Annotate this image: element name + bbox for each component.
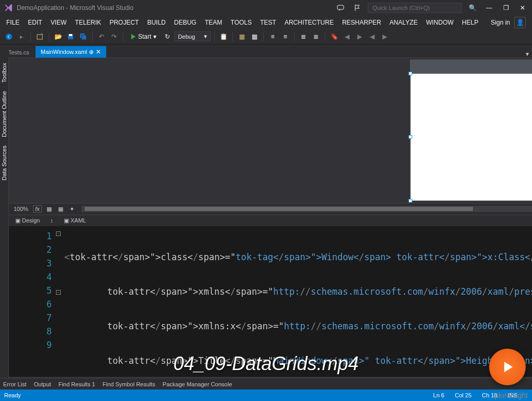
indent-icon[interactable]: ≡ <box>267 31 278 42</box>
step-icon[interactable]: 📋 <box>218 31 229 42</box>
tool-a-icon[interactable]: ▦ <box>236 31 247 42</box>
redo-icon[interactable]: ↷ <box>108 31 120 42</box>
error-list-tab[interactable]: Error List <box>3 381 27 387</box>
designer-surface[interactable] <box>9 58 532 203</box>
menu-build[interactable]: BUILD <box>143 17 169 28</box>
design-preview-window[interactable] <box>410 60 532 201</box>
comment-icon[interactable]: ≣ <box>298 31 309 42</box>
save-icon[interactable] <box>65 31 76 42</box>
resize-handle[interactable] <box>409 135 412 139</box>
zoom-dropdown[interactable]: 100% <box>12 206 30 212</box>
titlebar: DemoApplication - Microsoft Visual Studi… <box>0 0 532 16</box>
menu-resharper[interactable]: RESHARPER <box>338 17 386 28</box>
menu-window[interactable]: WINDOW <box>422 17 458 28</box>
nav-3-icon[interactable]: ◀ <box>366 31 378 42</box>
snap-icon[interactable]: ▦ <box>56 206 65 213</box>
find-symbol-tab[interactable]: Find Symbol Results <box>103 381 155 387</box>
document-outline-tab[interactable]: Document Outline <box>0 89 8 139</box>
undo-icon[interactable]: ↶ <box>96 31 107 42</box>
feedback-icon[interactable] <box>334 2 347 14</box>
new-project-icon[interactable] <box>34 31 46 42</box>
line-number: 2 <box>9 243 52 257</box>
window-title: DemoApplication - Microsoft Visual Studi… <box>17 4 133 12</box>
design-window-title <box>410 60 532 73</box>
toolbar: ▸ 📂 ↶ ↷ Start ▾ ↻ Debug▾ 📋 ▦ ▦ ≡ ≡ ≣ ≣ 🔖… <box>0 29 532 44</box>
menu-project[interactable]: PROJECT <box>105 17 143 28</box>
resize-handle[interactable] <box>409 72 412 75</box>
nav-4-icon[interactable]: ▶ <box>379 31 390 42</box>
menu-team[interactable]: TEAM <box>200 17 226 28</box>
code-source[interactable]: <tok-attr</span>">class</span>="tok-tag<… <box>64 226 532 377</box>
pin-icon[interactable]: ⊕ <box>89 49 94 55</box>
menu-help[interactable]: HELP <box>458 17 482 28</box>
open-icon[interactable]: 📂 <box>52 31 64 42</box>
output-bar: Error List Output Find Results 1 Find Sy… <box>0 378 532 389</box>
menu-view[interactable]: VIEW <box>47 17 71 28</box>
nav-fwd-icon[interactable]: ▸ <box>16 31 27 42</box>
find-results-tab[interactable]: Find Results 1 <box>59 381 95 387</box>
tabs-overflow-icon[interactable]: ▾ <box>526 50 529 58</box>
menu-tools[interactable]: TOOLS <box>227 17 256 28</box>
user-icon[interactable]: 👤 <box>514 17 526 28</box>
signin-link[interactable]: Sign in <box>491 19 510 26</box>
grid-icon[interactable]: ▦ <box>45 206 53 213</box>
effects-icon[interactable]: ✦ <box>68 206 76 213</box>
tab-close-icon[interactable]: ✕ <box>96 48 101 55</box>
fx-icon[interactable]: fx <box>33 205 42 213</box>
code-line: tok-attr</span>">Title</span>="MainWindo… <box>64 354 532 367</box>
menu-debug[interactable]: DEBUG <box>170 17 201 28</box>
chevron-down-icon: ▾ <box>153 33 156 40</box>
fold-toggle-icon[interactable]: − <box>56 290 61 295</box>
search-icon[interactable]: 🔍 <box>466 2 479 14</box>
swap-panes-icon[interactable]: ↕ <box>47 216 56 225</box>
quicklaunch-input[interactable] <box>368 3 462 13</box>
fold-toggle-icon[interactable]: − <box>56 231 61 236</box>
config-dropdown[interactable]: Debug▾ <box>174 31 211 41</box>
menu-test[interactable]: TEST <box>256 17 280 28</box>
svg-rect-4 <box>69 34 72 36</box>
pm-console-tab[interactable]: Package Manager Console <box>163 381 232 387</box>
resize-handle[interactable] <box>409 199 412 203</box>
designer-splitter: ▣ Design ↕ ▣ XAML <box>9 215 532 226</box>
data-sources-tab[interactable]: Data Sources <box>0 143 8 183</box>
code-editor[interactable]: 1 2 3 4 5 6 7 8 9 − − <tok-attr</span>">… <box>9 226 532 377</box>
line-number: 3 <box>9 257 52 270</box>
close-icon[interactable]: ✕ <box>516 2 529 14</box>
config-value: Debug <box>178 34 195 40</box>
design-tab[interactable]: ▣ Design <box>12 216 43 225</box>
outdent-icon[interactable]: ≡ <box>279 31 291 42</box>
minimize-icon[interactable]: — <box>483 2 495 14</box>
design-window-body[interactable] <box>410 73 532 201</box>
maximize-icon[interactable]: ❐ <box>500 2 512 14</box>
tool-b-icon[interactable]: ▦ <box>248 31 260 42</box>
tab-tests[interactable]: Tests.cs <box>3 47 35 58</box>
menu-analyze[interactable]: ANALYZE <box>386 17 422 28</box>
menu-telerik[interactable]: TELERIK <box>71 17 105 28</box>
saveall-icon[interactable] <box>77 31 89 42</box>
flag-icon[interactable] <box>351 2 364 14</box>
bookmark-icon[interactable]: 🔖 <box>329 31 340 42</box>
nav-1-icon[interactable]: ◀ <box>341 31 353 42</box>
xaml-tab[interactable]: ▣ XAML <box>61 216 89 225</box>
line-number: 8 <box>9 325 52 338</box>
code-line: tok-attr</span>">xmlns:x</span>="http://… <box>64 319 532 333</box>
play-button[interactable] <box>489 349 526 385</box>
menu-architecture[interactable]: ARCHITECTURE <box>280 17 338 28</box>
output-tab[interactable]: Output <box>34 381 51 387</box>
nav-back-icon[interactable] <box>3 31 15 42</box>
line-number: 9 <box>9 338 52 352</box>
designer-toolbar: 100% fx ▦ ▦ ✦ ◀ ▶ <box>9 203 532 215</box>
toolbox-tab[interactable]: Toolbox <box>0 61 8 85</box>
refresh-icon[interactable]: ↻ <box>162 31 173 42</box>
nav-2-icon[interactable]: ▶ <box>354 31 365 42</box>
line-number: 4 <box>9 270 52 284</box>
designer-h-scrollbar[interactable] <box>81 205 532 213</box>
svg-rect-0 <box>337 5 344 9</box>
start-button[interactable]: Start ▾ <box>127 32 161 41</box>
line-gutter: 1 2 3 4 5 6 7 8 9 <box>9 226 56 377</box>
svg-rect-6 <box>82 35 86 40</box>
uncomment-icon[interactable]: ≣ <box>310 31 322 42</box>
menu-file[interactable]: FILE <box>2 17 24 28</box>
menu-edit[interactable]: EDIT <box>24 17 46 28</box>
tab-mainwindow[interactable]: MainWindow.xaml ⊕ ✕ <box>36 46 107 58</box>
